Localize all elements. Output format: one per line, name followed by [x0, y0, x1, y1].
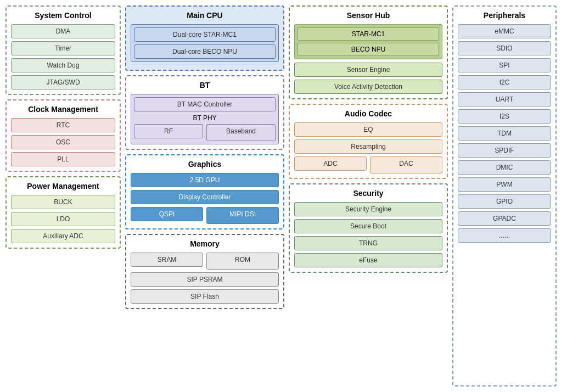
adc-item: ADC	[294, 156, 367, 171]
ldo-item: LDO	[11, 212, 115, 226]
bt-mac-item: BT MAC Controller	[134, 97, 276, 111]
gpio-item: GPIO	[458, 194, 551, 209]
mipi-dsi-item: MIPI DSI	[206, 207, 279, 224]
bt-sub-row: RF Baseband	[134, 124, 276, 141]
bt-baseband-item: Baseband	[206, 124, 276, 141]
watchdog-item: Watch Dog	[11, 58, 115, 72]
spi-item: SPI	[458, 58, 551, 72]
resampling-item: Resampling	[294, 139, 442, 154]
bt-section: BT BT MAC Controller BT PHY RF Baseband	[125, 75, 284, 150]
timer-item: Timer	[11, 41, 115, 55]
sh-beco-npu: BECO NPU	[297, 43, 439, 56]
col-sensor: Sensor Hub STAR-MC1 BECO NPU Sensor Engi…	[289, 5, 448, 387]
gpu-item: 2.5D GPU	[131, 173, 279, 187]
sh-star-mc1: STAR-MC1	[297, 27, 439, 41]
pwm-item: PWM	[458, 177, 551, 192]
osc-item: OSC	[11, 135, 115, 149]
audio-row: ADC DAC	[294, 156, 442, 173]
bt-inner-box: BT MAC Controller BT PHY RF Baseband	[131, 94, 279, 144]
sip-psram-item: SIP PSRAM	[131, 272, 279, 287]
dac-item: DAC	[370, 156, 442, 173]
col-peripherals: Peripherals eMMC SDIO SPI I2C UART I2S T…	[452, 5, 557, 387]
peripherals-title: Peripherals	[458, 11, 551, 20]
bt-title: BT	[131, 81, 279, 89]
eq-item: EQ	[294, 122, 442, 137]
sram-item: SRAM	[131, 253, 203, 267]
clock-management-title: Clock Management	[11, 105, 115, 114]
trng-item: TRNG	[294, 236, 442, 250]
security-engine-item: Security Engine	[294, 202, 442, 216]
rtc-item: RTC	[11, 118, 115, 132]
dma-item: DMA	[11, 24, 115, 38]
graphics-row: QSPI MIPI DSI	[131, 207, 279, 224]
gpadc-item: GPADC	[458, 211, 551, 226]
star-mc1-item: Dual-core STAR-MC1	[134, 27, 276, 42]
aux-adc-item: Auxiliary ADC	[11, 229, 115, 243]
i2s-item: I2S	[458, 109, 551, 124]
sensor-hub-title: Sensor Hub	[294, 11, 442, 20]
emmc-item: eMMC	[458, 24, 551, 38]
power-management-title: Power Management	[11, 182, 115, 191]
power-management-section: Power Management BUCK LDO Auxiliary ADC	[5, 176, 121, 249]
peripherals-section: Peripherals eMMC SDIO SPI I2C UART I2S T…	[452, 5, 557, 387]
main-cpu-title: Main CPU	[131, 11, 279, 20]
rom-item: ROM	[206, 253, 279, 270]
system-control-title: System Control	[11, 11, 115, 20]
security-title: Security	[294, 189, 442, 198]
sensor-engine-item: Sensor Engine	[294, 63, 442, 77]
pll-item: PLL	[11, 152, 115, 166]
main-cpu-section: Main CPU Dual-core STAR-MC1 Dual-core BE…	[125, 5, 284, 71]
spdif-item: SPDIF	[458, 143, 551, 158]
memory-row1: SRAM ROM	[131, 253, 279, 270]
memory-title: Memory	[131, 239, 279, 248]
graphics-section: Graphics 2.5D GPU Display Controller QSP…	[125, 154, 284, 229]
col-system: System Control DMA Timer Watch Dog JTAG/…	[5, 5, 121, 387]
col-main: Main CPU Dual-core STAR-MC1 Dual-core BE…	[125, 5, 284, 387]
sensor-hub-inner: STAR-MC1 BECO NPU	[294, 24, 442, 59]
i2c-item: I2C	[458, 75, 551, 89]
bt-rf-item: RF	[134, 124, 203, 138]
chip-diagram: System Control DMA Timer Watch Dog JTAG/…	[0, 0, 567, 392]
system-control-section: System Control DMA Timer Watch Dog JTAG/…	[5, 5, 121, 95]
uart-item: UART	[458, 92, 551, 107]
sip-flash-item: SIP Flash	[131, 289, 279, 304]
audio-codec-section: Audio Codec EQ Resampling ADC DAC	[289, 104, 448, 179]
display-ctrl-item: Display Controller	[131, 190, 279, 204]
sensor-hub-section: Sensor Hub STAR-MC1 BECO NPU Sensor Engi…	[289, 5, 448, 99]
secure-boot-item: Secure Boot	[294, 219, 442, 233]
beco-npu-item: Dual-core BECO NPU	[134, 44, 276, 59]
efuse-item: eFuse	[294, 253, 442, 267]
dmic-item: DMIC	[458, 160, 551, 175]
buck-item: BUCK	[11, 195, 115, 209]
memory-section: Memory SRAM ROM SIP PSRAM SIP Flash	[125, 234, 284, 309]
qspi-item: QSPI	[131, 207, 203, 221]
tdm-item: TDM	[458, 126, 551, 141]
cpu-inner-box: Dual-core STAR-MC1 Dual-core BECO NPU	[131, 24, 279, 62]
clock-management-section: Clock Management RTC OSC PLL	[5, 99, 121, 172]
graphics-title: Graphics	[131, 160, 279, 169]
sdio-item: SDIO	[458, 41, 551, 55]
security-section: Security Security Engine Secure Boot TRN…	[289, 183, 448, 273]
more-item: ......	[458, 228, 551, 243]
jtag-item: JTAG/SWD	[11, 75, 115, 89]
vad-item: Voice Activity Detection	[294, 80, 442, 94]
audio-codec-title: Audio Codec	[294, 109, 442, 118]
bt-phy-label: BT PHY	[134, 114, 276, 122]
